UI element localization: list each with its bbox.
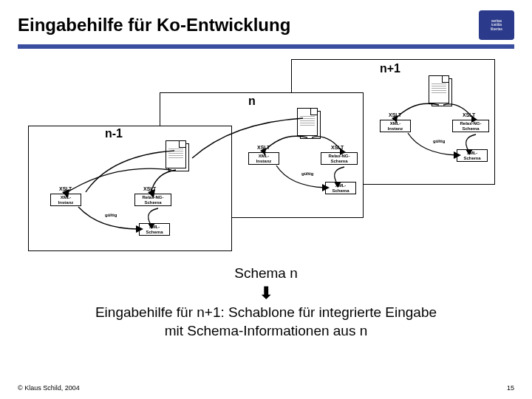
xml-instanz-box: XML- Instanz bbox=[248, 152, 279, 165]
gultig-text: gültig bbox=[433, 139, 445, 143]
footer-copyright: © Klaus Schild, 2004 bbox=[18, 384, 80, 392]
stage-label-n: n bbox=[248, 95, 256, 108]
body-line-2b: mit Schema-Informationen aus n bbox=[18, 322, 514, 341]
logo-line: libertas bbox=[491, 27, 502, 31]
logo-badge: veritas iustitia libertas bbox=[479, 10, 514, 40]
stage-label-nm1: n-1 bbox=[105, 127, 123, 140]
xslt-text: XSLT bbox=[389, 112, 401, 117]
xml-schema-box: XML- Schema bbox=[139, 223, 170, 236]
title-rule bbox=[18, 44, 514, 49]
xslt-text: XSLT bbox=[257, 145, 270, 150]
relaxng-box: Relax-NG- Schema bbox=[134, 194, 171, 206]
stage-label-np1: n+1 bbox=[380, 62, 400, 75]
xml-schema-box: XML- Schema bbox=[457, 149, 488, 162]
xslt-text: XSLT bbox=[463, 112, 475, 117]
xml-schema-box: XML- Schema bbox=[325, 182, 356, 194]
xslt-text: XSLT bbox=[331, 145, 344, 150]
footer-page-number: 15 bbox=[507, 384, 514, 392]
down-arrow-icon: ⬇ bbox=[18, 283, 514, 304]
diagram-area: n+1 n n-1 XSLT XSLT XML- Instanz Relax-N… bbox=[18, 52, 514, 259]
gultig-text: gültig bbox=[105, 213, 117, 217]
page-title: Eingabehilfe für Ko-Entwicklung bbox=[18, 15, 290, 35]
gultig-text: gültig bbox=[301, 171, 313, 176]
body-line-2a: Eingabehilfe für n+1: Schablone für inte… bbox=[18, 304, 514, 322]
body-line-1: Schema n bbox=[18, 265, 514, 283]
relaxng-box: Relax-NG- Schema bbox=[321, 152, 358, 165]
xml-instanz-box: XML- Instanz bbox=[380, 120, 411, 132]
body-text: Schema n ⬇ Eingabehilfe für n+1: Schablo… bbox=[18, 265, 514, 341]
xml-instanz-box: XML- Instanz bbox=[50, 194, 81, 206]
xslt-text: XSLT bbox=[59, 186, 72, 191]
xslt-text: XSLT bbox=[143, 186, 156, 191]
relaxng-box: Relax-NG- Schema bbox=[452, 120, 489, 132]
